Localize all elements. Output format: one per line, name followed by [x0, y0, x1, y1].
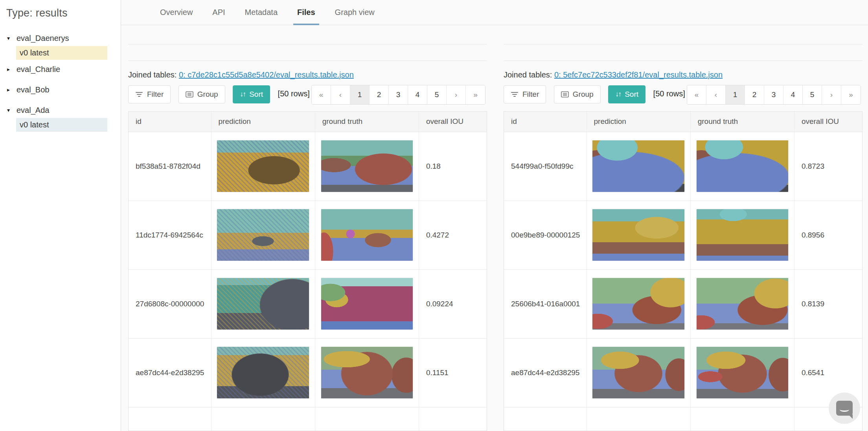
- ground-truth-cell: [315, 132, 419, 201]
- tab-metadata[interactable]: Metadata: [235, 0, 287, 25]
- table-row: [129, 407, 487, 431]
- toolbar-buttons: Filter Group ↓↑ Sort [50 rows]: [128, 85, 316, 103]
- tab-files[interactable]: Files: [287, 0, 325, 25]
- spacer: [6, 76, 121, 80]
- row-iou: 0.8723: [794, 132, 862, 201]
- prediction-image[interactable]: [217, 278, 309, 330]
- table-row: 11dc1774-6942564c 0.4272: [129, 201, 487, 270]
- caret-right-icon[interactable]: ▸: [6, 66, 17, 72]
- row-id: 11dc1774-6942564c: [129, 201, 211, 269]
- caret-right-icon[interactable]: ▸: [6, 87, 17, 93]
- group-button[interactable]: Group: [178, 85, 225, 103]
- ground-truth-cell: [690, 132, 794, 201]
- prediction-cell: [211, 132, 315, 201]
- prediction-image[interactable]: [217, 140, 309, 192]
- pagination-prev[interactable]: ‹: [706, 85, 726, 104]
- prediction-cell: [587, 132, 690, 201]
- joined-tables-link[interactable]: 0: c7de28c1c55d5a8e5402/eval_results.tab…: [179, 70, 354, 79]
- pagination-page-4[interactable]: 4: [783, 85, 803, 104]
- column-header-id[interactable]: id: [129, 112, 211, 132]
- joined-tables-link[interactable]: 0: 5efc7ec72c533def2f81/eval_results.tab…: [554, 70, 723, 79]
- sidebar-item-v0-latest-ada[interactable]: v0 latest: [16, 118, 107, 132]
- column-header-overall-iou[interactable]: overall IOU: [419, 112, 487, 132]
- table-toolbar: Filter Group ↓↑ Sort [50 rows]: [504, 85, 862, 103]
- ground-truth-image[interactable]: [697, 347, 788, 398]
- joined-tables-label: Joined tables:: [128, 70, 177, 79]
- prediction-cell: [587, 339, 690, 407]
- prediction-image[interactable]: [592, 140, 684, 192]
- prediction-image[interactable]: [217, 209, 309, 261]
- ground-truth-image[interactable]: [321, 140, 413, 192]
- filter-label: Filter: [147, 90, 164, 99]
- column-header-ground-truth[interactable]: ground truth: [315, 112, 419, 132]
- ground-truth-cell: [315, 201, 419, 269]
- pagination-first[interactable]: «: [312, 85, 331, 104]
- sidebar-item-eval-bob[interactable]: ▸ eval_Bob: [6, 83, 121, 97]
- tab-graph-view[interactable]: Graph view: [325, 0, 384, 25]
- pagination-first[interactable]: «: [687, 85, 706, 104]
- pagination-page-1[interactable]: 1: [726, 85, 745, 104]
- sort-label: Sort: [625, 90, 638, 99]
- group-button[interactable]: Group: [554, 85, 601, 103]
- pagination-page-5[interactable]: 5: [803, 85, 822, 104]
- prediction-image[interactable]: [592, 209, 684, 261]
- sidebar-item-eval-ada[interactable]: ▾ eval_Ada: [6, 103, 121, 117]
- tab-overview[interactable]: Overview: [150, 0, 202, 25]
- pagination-page-1[interactable]: 1: [350, 85, 370, 104]
- pagination-last[interactable]: »: [466, 85, 485, 104]
- pagination-page-5[interactable]: 5: [427, 85, 447, 104]
- tab-api[interactable]: API: [202, 0, 235, 25]
- sort-button[interactable]: ↓↑ Sort: [608, 85, 645, 103]
- pagination-next[interactable]: ›: [822, 85, 841, 104]
- prediction-image[interactable]: [592, 347, 684, 398]
- tab-bar: Overview API Metadata Files Graph view: [121, 0, 868, 25]
- table-header: id prediction ground truth overall IOU: [129, 112, 487, 132]
- sidebar-item-v0-latest-daenerys[interactable]: v0 latest: [16, 46, 107, 60]
- column-header-id[interactable]: id: [504, 112, 587, 132]
- table-row: ae87dc44-e2d38295 0.6541: [504, 339, 862, 407]
- divider: [504, 61, 862, 61]
- sort-button[interactable]: ↓↑ Sort: [233, 85, 270, 103]
- table-toolbar: Filter Group ↓↑ Sort [50 rows]: [128, 85, 487, 103]
- row-id: ae87dc44-e2d38295: [504, 339, 587, 407]
- column-header-prediction[interactable]: prediction: [587, 112, 690, 132]
- ground-truth-image[interactable]: [321, 278, 413, 330]
- group-label: Group: [573, 90, 594, 99]
- ground-truth-image[interactable]: [321, 347, 413, 398]
- pagination-page-3[interactable]: 3: [764, 85, 783, 104]
- pagination-last[interactable]: »: [841, 85, 861, 104]
- column-header-prediction[interactable]: prediction: [211, 112, 315, 132]
- row-iou: 0.1151: [419, 339, 487, 407]
- pagination-page-2[interactable]: 2: [745, 85, 764, 104]
- ground-truth-cell: [690, 270, 794, 338]
- tree-label: eval_Daenerys: [17, 34, 69, 43]
- pagination-prev[interactable]: ‹: [331, 85, 350, 104]
- prediction-image[interactable]: [592, 278, 684, 330]
- chat-widget-button[interactable]: [829, 392, 860, 424]
- column-header-overall-iou[interactable]: overall IOU: [794, 112, 862, 132]
- tree-label: eval_Ada: [17, 106, 49, 115]
- pagination-page-4[interactable]: 4: [408, 85, 427, 104]
- prediction-image[interactable]: [217, 347, 309, 398]
- ground-truth-cell: [690, 201, 794, 269]
- filter-button[interactable]: Filter: [504, 85, 546, 103]
- ground-truth-image[interactable]: [697, 140, 788, 192]
- sidebar-item-eval-daenerys[interactable]: ▾ eval_Daenerys: [6, 31, 121, 45]
- chat-bubble-icon: [836, 401, 853, 416]
- divider: [504, 44, 862, 44]
- pagination-next[interactable]: ›: [447, 85, 466, 104]
- pagination-page-2[interactable]: 2: [370, 85, 389, 104]
- tree-label: v0 latest: [20, 48, 49, 57]
- filter-button[interactable]: Filter: [128, 85, 171, 103]
- ground-truth-image[interactable]: [321, 209, 413, 261]
- row-id: ae87dc44-e2d38295: [129, 339, 211, 407]
- caret-down-icon[interactable]: ▾: [6, 107, 17, 113]
- sidebar-item-eval-charlie[interactable]: ▸ eval_Charlie: [6, 62, 121, 76]
- pagination-page-3[interactable]: 3: [389, 85, 408, 104]
- table-row: ae87dc44-e2d38295 0.1151: [129, 339, 487, 407]
- row-id: 544f99a0-f50fd99c: [504, 132, 587, 201]
- ground-truth-image[interactable]: [697, 209, 788, 261]
- caret-down-icon[interactable]: ▾: [6, 35, 17, 41]
- ground-truth-image[interactable]: [697, 278, 788, 330]
- column-header-ground-truth[interactable]: ground truth: [690, 112, 794, 132]
